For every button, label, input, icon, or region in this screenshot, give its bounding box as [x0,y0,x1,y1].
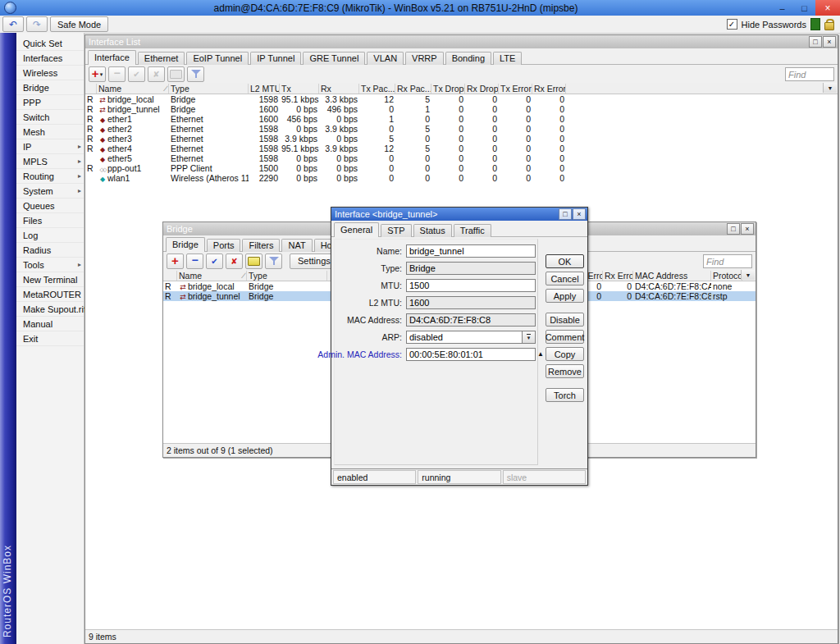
interface-list-titlebar[interactable]: Interface List □ × [85,35,838,48]
table-row[interactable]: R ppp-out1 PPP Client 1500 0 bps 0 bps 0… [85,163,838,173]
filter-button[interactable] [265,253,282,269]
find-input[interactable] [703,254,752,268]
remove-button[interactable] [108,66,126,82]
restore-icon[interactable]: □ [727,223,740,235]
close-icon[interactable]: × [573,208,586,220]
column-protocol[interactable]: Protoco... [711,271,742,281]
sidebar-item-system[interactable]: System [16,184,84,199]
field-input[interactable] [407,331,522,343]
column-selector-button[interactable] [741,270,755,280]
tab-stp[interactable]: STP [381,224,411,237]
sidebar-item-manual[interactable]: Manual [16,317,84,331]
close-icon[interactable]: × [823,36,836,48]
column-name[interactable]: Name [177,271,247,281]
comment-button[interactable]: Comment [546,330,584,344]
table-row[interactable]: R ether1 Ethernet 1600 456 bps 0 bps 1 0… [85,114,838,124]
table-row[interactable]: R bridge_tunnel Bridge 1600 0 bps 496 bp… [85,104,838,114]
column-rx[interactable]: Rx [319,84,359,94]
add-button[interactable] [89,66,106,82]
restore-icon[interactable]: □ [559,208,572,220]
redo-button[interactable]: ↷ [26,16,48,32]
sidebar-item-tools[interactable]: Tools [16,258,84,272]
sidebar-item-interfaces[interactable]: Interfaces [16,51,84,66]
hide-passwords-checkbox[interactable] [727,19,737,30]
minimize-icon[interactable]: – [771,0,793,16]
filter-button[interactable] [187,66,204,82]
table-row[interactable]: wlan1 Wireless (Atheros 11N) 2290 0 bps … [85,173,838,183]
sidebar-item-wireless[interactable]: Wireless [16,66,84,80]
field-input[interactable] [407,314,522,326]
add-button[interactable] [167,253,184,269]
tab-vrrp[interactable]: VRRP [405,52,444,65]
sidebar-item-routing[interactable]: Routing [16,169,84,184]
copy-button[interactable]: Copy [546,347,584,361]
tab-general[interactable]: General [334,222,379,237]
column-flag[interactable] [85,84,97,94]
field-input[interactable] [407,280,522,291]
column-rx-packets[interactable]: Rx Pac... [395,84,431,94]
tab-bonding[interactable]: Bonding [445,52,491,65]
ok-button[interactable]: OK [546,254,584,268]
remove-button[interactable] [186,253,203,269]
tab-vlan[interactable]: VLAN [367,52,404,65]
column-tx[interactable]: Tx [280,84,319,94]
column-tx-errors[interactable]: Tx Errors [499,84,532,94]
dialog-titlebar[interactable]: Interface <bridge_tunnel> □ × [331,208,587,221]
enable-button[interactable] [206,253,223,269]
column-rx-errors[interactable]: Rx Errors [603,271,633,281]
sidebar-item-exit[interactable]: Exit [16,331,84,346]
tab-ports[interactable]: Ports [207,239,241,252]
torch-button[interactable]: Torch [546,388,584,402]
disable-button[interactable] [148,66,165,82]
sidebar-item-make-supout[interactable]: Make Supout.rif [16,302,84,317]
tab-nat[interactable]: NAT [281,239,312,252]
tab-interface[interactable]: Interface [88,50,136,65]
sidebar-item-metarouter[interactable]: MetaROUTER [16,287,84,302]
tab-eoip-tunnel[interactable]: EoIP Tunnel [186,52,249,65]
disable-button[interactable]: Disable [546,313,584,327]
remove-button[interactable]: Remove [546,364,584,378]
table-row[interactable]: R ether3 Ethernet 1598 3.9 kbps 0 bps 5 … [85,134,838,144]
column-rx-errors[interactable]: Rx Errors [532,84,566,94]
column-type[interactable]: Type [169,84,249,94]
sidebar-item-queues[interactable]: Queues [16,199,84,213]
find-input[interactable] [785,67,834,81]
enable-button[interactable] [128,66,145,82]
column-type[interactable]: Type [247,271,327,281]
table-row[interactable]: ether5 Ethernet 1598 0 bps 0 bps 0 0 0 0… [85,153,838,163]
column-selector-button[interactable] [823,83,837,93]
column-tx-packets[interactable]: Tx Pac... [359,84,395,94]
sidebar-item-ip[interactable]: IP [16,139,84,154]
close-icon[interactable]: × [815,0,840,16]
field-input[interactable] [407,349,522,360]
field-input[interactable] [407,263,522,274]
sidebar-item-radius[interactable]: Radius [16,243,84,258]
tab-lte[interactable]: LTE [493,52,522,65]
tab-status[interactable]: Status [413,224,452,237]
column-mac-address[interactable]: MAC Address [633,271,711,281]
dropdown-button[interactable] [522,331,535,343]
cancel-button[interactable]: Cancel [546,272,584,285]
table-row[interactable]: R bridge_local Bridge 1598 95.1 kbps 3.3… [85,94,838,104]
restore-icon[interactable]: □ [809,36,822,48]
tab-traffic[interactable]: Traffic [454,224,491,237]
column-flag[interactable] [163,271,177,281]
sidebar-item-ppp[interactable]: PPP [16,95,84,110]
tab-filters[interactable]: Filters [242,239,280,252]
tab-gre-tunnel[interactable]: GRE Tunnel [303,52,365,65]
column-rx-drops[interactable]: Rx Drops [465,84,499,94]
undo-button[interactable]: ↶ [2,16,24,32]
sidebar-item-log[interactable]: Log [16,228,84,243]
tab-bridge[interactable]: Bridge [166,237,205,252]
sidebar-item-quick-set[interactable]: Quick Set [16,36,84,51]
sidebar-item-mpls[interactable]: MPLS [16,154,84,169]
comment-button[interactable] [245,253,262,269]
main-titlebar[interactable]: admin@D4:CA:6D:7E:F8:C9 (MikroTik) - Win… [0,0,840,16]
sidebar-item-new-terminal[interactable]: New Terminal [16,272,84,287]
comment-button[interactable] [167,66,185,82]
field-input[interactable] [407,245,522,257]
apply-button[interactable]: Apply [546,289,584,303]
column-name[interactable]: Name [97,84,169,94]
collapse-up-arrow-icon[interactable] [536,350,546,358]
sidebar-item-mesh[interactable]: Mesh [16,125,84,139]
